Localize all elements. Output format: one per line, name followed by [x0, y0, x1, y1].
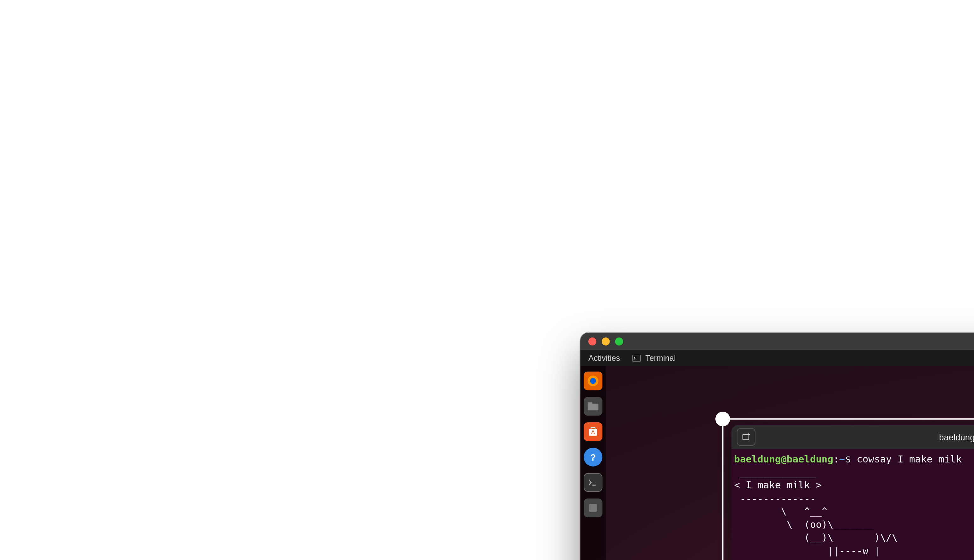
dock-help[interactable]: ?: [584, 448, 602, 466]
svg-text:A: A: [591, 429, 595, 436]
mac-window-title: Ubuntu: [580, 337, 974, 347]
activities-button[interactable]: Activities: [589, 353, 620, 363]
terminal-output-line: _____________: [734, 467, 821, 478]
selection-handle-top-left[interactable]: [715, 412, 730, 427]
desktop: A ? Home: [580, 366, 974, 560]
topbar-app-label: Terminal: [645, 353, 676, 363]
terminal-command: cowsay I make milk: [857, 453, 962, 464]
terminal-output-line: -------------: [734, 493, 821, 504]
svg-rect-8: [588, 404, 599, 410]
terminal-prompt-user: baeldung@baeldung: [734, 453, 833, 464]
svg-point-7: [590, 378, 596, 384]
mac-titlebar: Ubuntu: [580, 333, 974, 350]
terminal-output-line: \ (oo)\_______: [734, 519, 874, 530]
terminal-output-line: < I make milk >: [734, 480, 821, 490]
terminal-output-line: ||----w |: [734, 545, 880, 556]
terminal-output-line: (__)\ )\/\: [734, 532, 897, 543]
terminal-title: baeldung@baeldung: ~: [731, 432, 974, 442]
terminal-prompt-path: ~: [839, 453, 845, 464]
dock-files[interactable]: [584, 397, 602, 415]
terminal-app-icon: [632, 353, 641, 363]
svg-rect-13: [589, 504, 597, 512]
terminal-output-line: \ ^__^: [734, 506, 827, 517]
dock: A ?: [580, 366, 606, 560]
vm-window: Ubuntu Activities Terminal Aug 7 20:30: [580, 333, 974, 560]
terminal-window: baeldung@baeldung: ~: [731, 425, 974, 560]
gnome-topbar: Activities Terminal Aug 7 20:30: [580, 350, 974, 366]
topbar-app-menu[interactable]: Terminal: [632, 353, 675, 363]
svg-rect-0: [632, 355, 640, 362]
dock-software[interactable]: A: [584, 422, 602, 441]
dock-addon[interactable]: [584, 498, 602, 517]
dock-terminal[interactable]: [584, 473, 602, 492]
svg-rect-9: [588, 402, 592, 404]
terminal-body[interactable]: baeldung@baeldung:~$ cowsay I make milk …: [731, 449, 974, 560]
dock-firefox[interactable]: [584, 372, 602, 390]
terminal-output-line: || ||: [734, 558, 880, 560]
terminal-headerbar: baeldung@baeldung: ~: [731, 425, 974, 449]
